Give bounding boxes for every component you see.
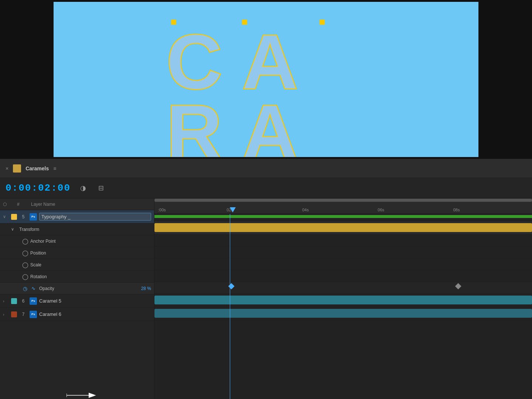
- position-icon: ◯: [22, 250, 28, 256]
- anchor-point-label: Anchor Point: [30, 239, 151, 244]
- position-label: Position: [30, 250, 151, 256]
- opacity-value: 28 %: [141, 286, 151, 291]
- scroll-indicator[interactable]: [154, 198, 532, 202]
- svg-rect-6: [242, 20, 247, 25]
- track-opacity: [154, 282, 532, 294]
- layer-7-name: Caramel 6: [39, 311, 151, 317]
- layer-6-num: 6: [19, 299, 27, 304]
- layer-7-type-icon: Ps: [30, 311, 37, 318]
- layer-6-name: Caramel 5: [39, 298, 151, 304]
- track-green-bar: [154, 215, 532, 218]
- time-marker-8: 08s: [453, 208, 460, 212]
- time-marker-6: 06s: [378, 208, 384, 212]
- track-position: [154, 246, 532, 258]
- prop-opacity: ◷ ∿ Opacity 28 %: [0, 283, 154, 294]
- scroll-thumb[interactable]: [154, 199, 532, 202]
- layer-row-6[interactable]: › 6 Ps Caramel 5: [0, 294, 154, 308]
- layer-row-7[interactable]: › 7 Ps Caramel 6: [0, 308, 154, 321]
- svg-rect-7: [320, 20, 325, 25]
- scale-label: Scale: [30, 262, 151, 267]
- opacity-stopwatch-icon[interactable]: ◷: [22, 286, 28, 291]
- track-row-6: [154, 294, 532, 307]
- scale-icon: ◯: [22, 262, 28, 268]
- track-anchor-point: [154, 235, 532, 246]
- layer-7-color: [11, 311, 17, 317]
- layer-5-name: Typography _: [39, 213, 151, 221]
- layer-5-type-icon: Ps: [30, 213, 37, 221]
- timeline-panel: :00s 02s 04s 06s 08s: [154, 198, 532, 399]
- calendar-icon[interactable]: ⊟: [96, 183, 106, 193]
- tag-col-header: ⬡: [3, 202, 13, 207]
- layer-5-num: 5: [19, 214, 27, 219]
- time-marker-4: 04s: [302, 208, 309, 212]
- comp-header: × Caramels ≡: [0, 159, 532, 178]
- track-rotation: [154, 270, 532, 282]
- layer-6-expand-arrow[interactable]: ›: [3, 299, 9, 303]
- transform-label: Transform: [19, 227, 151, 232]
- keyframe-opacity-2[interactable]: [455, 283, 461, 289]
- prop-position: ◯ Position: [0, 247, 154, 259]
- prop-rotation: ◯ Rotation: [0, 271, 154, 283]
- track-6-bar: [154, 296, 532, 304]
- anchor-icon: ◯: [22, 238, 28, 244]
- close-button[interactable]: ×: [6, 166, 8, 171]
- prop-scale: ◯ Scale: [0, 259, 154, 271]
- track-row-comp: [154, 214, 532, 221]
- rotation-icon: ◯: [22, 274, 28, 280]
- time-marker-0: :00s: [158, 208, 166, 212]
- name-col-header: Layer Name: [31, 202, 151, 207]
- opacity-graph-icon[interactable]: ∿: [30, 286, 36, 291]
- preview-area: C A R A: [0, 0, 532, 159]
- comp-color-swatch: [13, 164, 21, 173]
- moon-icon[interactable]: ◑: [78, 183, 88, 193]
- track-scale: [154, 258, 532, 270]
- rotation-label: Rotation: [30, 274, 151, 279]
- time-marker-2: 02s: [227, 208, 233, 212]
- svg-marker-9: [89, 393, 96, 398]
- timeline-controls: 0:00:02:00 ◑ ⊟: [0, 178, 532, 198]
- opacity-label: Opacity: [39, 286, 139, 291]
- layers-container: ⬡ # Layer Name ∨ 5 Ps Typography _ ∨ Tra…: [0, 198, 532, 399]
- layer-5-collapse-arrow[interactable]: ∨: [3, 214, 9, 219]
- track-row-5: [154, 221, 532, 235]
- track-7-bar: [154, 309, 532, 318]
- layer-names-panel: ⬡ # Layer Name ∨ 5 Ps Typography _ ∨ Tra…: [0, 198, 154, 399]
- comp-name: Caramels: [25, 166, 49, 171]
- layer-6-type-icon: Ps: [30, 297, 37, 305]
- svg-text:R: R: [166, 89, 222, 157]
- prop-anchor-point: ◯ Anchor Point: [0, 235, 154, 247]
- layer-5-color: [11, 214, 17, 220]
- svg-rect-5: [171, 20, 176, 25]
- cursor-indicator: [66, 390, 96, 399]
- layer-6-color: [11, 298, 17, 304]
- panel-area: × Caramels ≡ 0:00:02:00 ◑ ⊟ ⬡ # Layer Na…: [0, 159, 532, 399]
- transform-collapse-arrow[interactable]: ∨: [11, 227, 17, 232]
- layer-row-5[interactable]: ∨ 5 Ps Typography _: [0, 210, 154, 224]
- canvas-viewport: C A R A: [54, 2, 478, 157]
- num-col-header: #: [17, 202, 27, 207]
- timecode-display: 0:00:02:00: [6, 183, 71, 194]
- menu-icon[interactable]: ≡: [53, 166, 56, 171]
- svg-text:A: A: [242, 89, 298, 157]
- playhead-line: [230, 214, 230, 399]
- col-headers: ⬡ # Layer Name: [0, 198, 154, 210]
- track-5-bar: [154, 223, 532, 232]
- layer-7-num: 7: [19, 312, 27, 317]
- layer-7-expand-arrow[interactable]: ›: [3, 312, 9, 317]
- time-ruler[interactable]: :00s 02s 04s 06s 08s: [154, 202, 532, 214]
- timeline-tracks: [154, 214, 532, 399]
- transform-group[interactable]: ∨ Transform: [0, 224, 154, 235]
- keyframe-opacity-1[interactable]: [228, 283, 235, 289]
- track-row-7: [154, 307, 532, 320]
